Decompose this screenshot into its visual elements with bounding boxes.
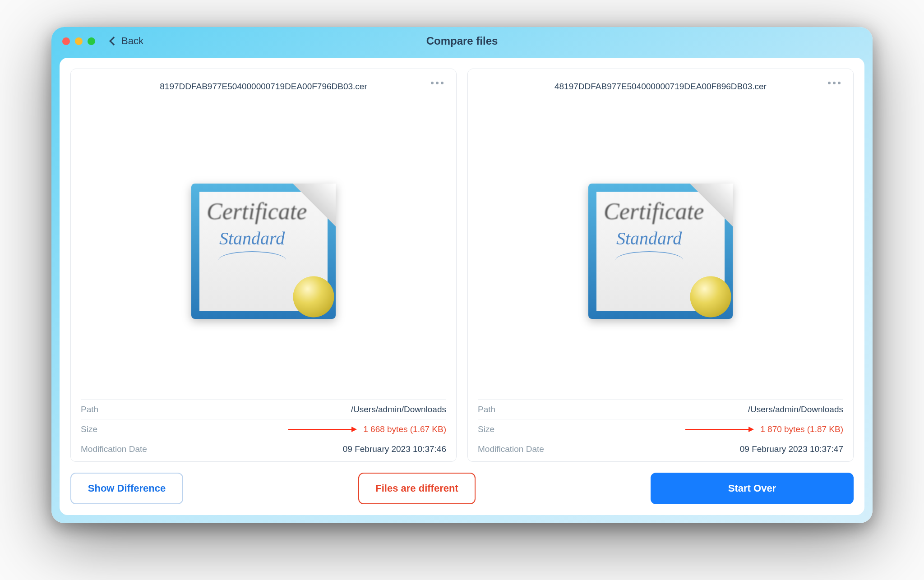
certificate-icon-subtitle: Standard (616, 228, 682, 249)
detail-row-size: Size 1 668 bytes (1.67 KB) (81, 419, 446, 439)
detail-row-modification-date: Modification Date 09 February 2023 10:37… (81, 439, 446, 459)
difference-arrow-icon (288, 429, 356, 430)
status-label: Files are different (375, 483, 458, 494)
detail-value: /Users/admin/Downloads (748, 405, 843, 414)
detail-label: Size (478, 424, 494, 434)
file-preview: Certificate Standard (81, 94, 446, 399)
window-title: Compare files (51, 35, 873, 47)
ellipsis-icon (431, 82, 434, 84)
seal-icon (686, 272, 735, 322)
file-card-right: 48197DDFAB977E504000000719DEA00F896DB03.… (467, 69, 854, 462)
detail-row-path: Path /Users/admin/Downloads (478, 399, 843, 419)
detail-value: 1 668 bytes (1.67 KB) (363, 424, 446, 434)
back-button[interactable]: Back (111, 35, 143, 47)
certificate-icon: Certificate Standard (588, 184, 733, 319)
file-cards: 8197DDFAB977E504000000719DEA00F796DB03.c… (70, 69, 854, 462)
title-bar: Back Compare files (51, 27, 873, 55)
file-name: 8197DDFAB977E504000000719DEA00F796DB03.c… (81, 82, 446, 92)
detail-label: Size (81, 424, 97, 434)
detail-value: 09 February 2023 10:37:46 (343, 444, 446, 454)
file-card-left: 8197DDFAB977E504000000719DEA00F796DB03.c… (70, 69, 457, 462)
detail-label: Modification Date (478, 444, 544, 454)
detail-row-path: Path /Users/admin/Downloads (81, 399, 446, 419)
detail-label: Path (478, 405, 495, 414)
file-details: Path /Users/admin/Downloads Size 1 668 b… (81, 399, 446, 459)
file-name: 48197DDFAB977E504000000719DEA00F896DB03.… (478, 82, 843, 92)
chevron-left-icon (109, 37, 118, 46)
difference-arrow-icon (685, 429, 753, 430)
minimize-window-button[interactable] (75, 37, 83, 45)
content-surface: 8197DDFAB977E504000000719DEA00F796DB03.c… (60, 58, 864, 515)
more-options-button[interactable] (825, 79, 843, 87)
action-bar: Show Difference Files are different Star… (70, 462, 854, 504)
seal-icon (289, 272, 338, 322)
close-window-button[interactable] (62, 37, 70, 45)
certificate-icon-title: Certificate (207, 198, 307, 225)
detail-value: 1 870 bytes (1.87 KB) (760, 424, 843, 434)
file-details: Path /Users/admin/Downloads Size 1 870 b… (478, 399, 843, 459)
zoom-window-button[interactable] (88, 37, 95, 45)
show-difference-button[interactable]: Show Difference (70, 473, 183, 504)
detail-row-modification-date: Modification Date 09 February 2023 10:37… (478, 439, 843, 459)
button-label: Show Difference (88, 483, 166, 494)
certificate-icon-subtitle: Standard (219, 228, 285, 249)
file-preview: Certificate Standard (478, 94, 843, 399)
start-over-button[interactable]: Start Over (651, 473, 854, 504)
detail-label: Modification Date (81, 444, 147, 454)
certificate-icon-title: Certificate (604, 198, 704, 225)
back-button-label: Back (121, 35, 143, 47)
certificate-icon: Certificate Standard (191, 184, 336, 319)
app-window: Back Compare files 8197DDFAB977E50400000… (51, 27, 873, 523)
ellipsis-icon (828, 82, 831, 84)
detail-value: 09 February 2023 10:37:47 (740, 444, 843, 454)
file-card-header: 48197DDFAB977E504000000719DEA00F896DB03.… (478, 79, 843, 94)
detail-label: Path (81, 405, 98, 414)
comparison-status-badge: Files are different (358, 473, 476, 504)
detail-value: /Users/admin/Downloads (351, 405, 446, 414)
more-options-button[interactable] (428, 79, 446, 87)
file-card-header: 8197DDFAB977E504000000719DEA00F796DB03.c… (81, 79, 446, 94)
button-label: Start Over (728, 483, 776, 494)
detail-row-size: Size 1 870 bytes (1.87 KB) (478, 419, 843, 439)
window-controls (62, 37, 95, 45)
